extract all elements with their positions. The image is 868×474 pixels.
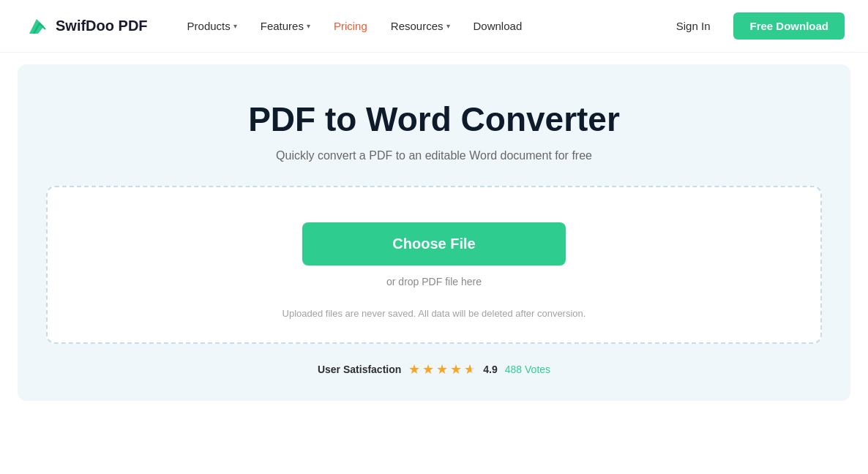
rating-votes: 488 Votes: [505, 364, 550, 375]
security-text: Uploaded files are never saved. All data…: [283, 308, 586, 319]
nav-resources[interactable]: Resources ▾: [381, 14, 460, 38]
page-subtitle: Quickly convert a PDF to an editable Wor…: [276, 149, 592, 162]
chevron-down-icon: ▾: [233, 22, 237, 30]
logo-text: SwifDoo PDF: [56, 18, 148, 34]
main-content: PDF to Word Converter Quickly convert a …: [18, 64, 850, 401]
star-1: ★: [408, 361, 420, 377]
header: SwifDoo PDF Products ▾ Features ▾ Pricin…: [0, 0, 868, 53]
star-rating: ★ ★ ★ ★ ★ ★: [408, 361, 476, 377]
rating-score: 4.9: [483, 364, 497, 375]
nav-download-label: Download: [474, 20, 523, 32]
upload-box[interactable]: Choose File or drop PDF file here Upload…: [46, 186, 822, 344]
nav-products[interactable]: Products ▾: [177, 14, 247, 38]
logo-icon: [23, 13, 50, 40]
chevron-down-icon: ▾: [307, 22, 310, 30]
star-3: ★: [436, 361, 448, 377]
star-4: ★: [450, 361, 462, 377]
chevron-down-icon: ▾: [446, 22, 450, 30]
choose-file-button[interactable]: Choose File: [302, 222, 566, 266]
free-download-button[interactable]: Free Download: [733, 12, 845, 40]
nav-features-label: Features: [261, 20, 304, 32]
drop-text: or drop PDF file here: [386, 276, 482, 287]
header-right: Sign In Free Download: [665, 12, 845, 40]
star-2: ★: [422, 361, 434, 377]
nav-products-label: Products: [187, 20, 231, 32]
logo[interactable]: SwifDoo PDF: [23, 13, 148, 40]
rating-area: User Satisfaction ★ ★ ★ ★ ★ ★ 4.9 488 Vo…: [318, 361, 550, 377]
nav-download[interactable]: Download: [463, 14, 533, 38]
nav-resources-label: Resources: [391, 20, 444, 32]
star-half: ★ ★: [464, 361, 476, 377]
nav-pricing[interactable]: Pricing: [323, 14, 378, 38]
rating-label: User Satisfaction: [318, 364, 401, 375]
page-title: PDF to Word Converter: [248, 99, 620, 139]
nav-pricing-label: Pricing: [334, 20, 367, 32]
nav-features[interactable]: Features ▾: [250, 14, 321, 38]
sign-in-button[interactable]: Sign In: [665, 14, 722, 38]
main-nav: Products ▾ Features ▾ Pricing Resources …: [177, 14, 665, 38]
